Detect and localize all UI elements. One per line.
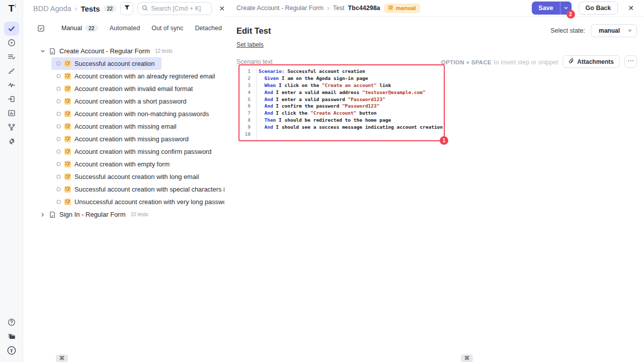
circle-outline-icon[interactable] [56, 187, 61, 192]
close-panel-button[interactable]: ✕ [628, 4, 634, 12]
test-label[interactable]: Unsuccessful account creation with very … [74, 198, 232, 206]
circle-outline-icon[interactable] [56, 149, 61, 154]
test-label[interactable]: Account creation with missing email [74, 123, 177, 130]
rail-item-logo-badge-icon[interactable]: T [4, 343, 19, 357]
line-number: 3 [239, 82, 251, 89]
code-line[interactable]: Then I should be redirected to the home … [259, 117, 444, 124]
test-label[interactable]: Account creation with missing confirm pa… [74, 148, 211, 155]
filter-button[interactable] [120, 2, 133, 15]
code-line[interactable]: And I enter a valid password "Password12… [259, 96, 444, 103]
app-logo[interactable]: T [0, 0, 23, 17]
test-label[interactable]: Successful account creation with special… [74, 186, 246, 193]
rail-item-tests-check-icon[interactable] [4, 22, 19, 36]
suite-row[interactable]: Sign In - Regular Form10 tests [23, 208, 225, 221]
cmd-key-badge: ⌘ [56, 354, 68, 362]
tab-detached[interactable]: Detached [195, 25, 222, 32]
test-row[interactable]: Account creation with non-matching passw… [51, 108, 216, 120]
tab-manual[interactable]: Manual22 [61, 25, 98, 32]
test-label[interactable]: Account creation with a short password [74, 98, 187, 105]
code-line[interactable]: And I click the "Create Account" button [259, 110, 444, 117]
test-label[interactable]: Account creation with invalid email form… [74, 85, 193, 93]
rail-item-run-play-icon[interactable] [4, 36, 19, 50]
rail-item-help-icon[interactable] [4, 315, 19, 329]
test-label[interactable]: Account creation with empty form [74, 160, 170, 168]
test-row[interactable]: Successful account creation with special… [51, 183, 253, 196]
edit-test-topbar: Create Account - Regular Form › Test Tbc… [224, 0, 644, 17]
tab-automated[interactable]: Automated [110, 25, 140, 32]
test-row[interactable]: Account creation with an already registe… [51, 70, 222, 82]
test-row[interactable]: Unsuccessful account creation with very … [51, 196, 239, 208]
test-row[interactable]: Account creation with invalid email form… [51, 82, 200, 95]
breadcrumb-project[interactable]: BDD Agoda [33, 5, 71, 13]
rail-item-branch-icon[interactable] [4, 120, 19, 134]
rail-item-settings-gear-icon[interactable] [4, 134, 19, 148]
search-box[interactable] [137, 2, 212, 15]
gherkin-text: I enter a valid email address [273, 89, 362, 95]
rail-item-projects-icon[interactable] [4, 329, 19, 343]
test-label[interactable]: Account creation with missing password [74, 135, 189, 143]
breadcrumb-section[interactable]: Tests [80, 5, 100, 13]
annotation-badge-2: 2 [567, 10, 575, 19]
circle-outline-icon[interactable] [56, 74, 61, 78]
gherkin-string: "Create Account" [310, 110, 357, 116]
test-label[interactable]: Successful account creation with long em… [74, 173, 199, 180]
test-row[interactable]: Account creation with missing password [51, 133, 196, 145]
gherkin-text: button [356, 110, 376, 116]
code-line[interactable] [259, 131, 444, 138]
line-number: 9 [239, 124, 251, 131]
code-line[interactable]: And I should see a success message indic… [259, 124, 444, 131]
suite-row[interactable]: Create Account - Regular Form12 tests [23, 45, 225, 57]
code-line[interactable]: And I confirm the password "Password123" [259, 103, 444, 110]
chevron-down-icon[interactable] [40, 49, 45, 54]
chevron-right-icon[interactable] [40, 212, 45, 217]
circle-outline-icon[interactable] [56, 124, 61, 129]
test-row[interactable]: Successful account creation [51, 57, 162, 70]
test-row[interactable]: Account creation with missing email [51, 120, 184, 133]
multi-select-icon[interactable] [37, 25, 45, 32]
attachments-button[interactable]: Attachments [562, 55, 620, 68]
circle-outline-icon[interactable] [56, 86, 61, 91]
circle-outline-icon[interactable] [56, 99, 61, 104]
test-label[interactable]: Account creation with an already registe… [74, 72, 215, 80]
rail-item-steps-icon[interactable] [4, 64, 19, 78]
manual-test-icon [64, 98, 71, 105]
scenario-editor[interactable]: 12345678910 Scenario: Successful account… [239, 65, 444, 140]
search-input[interactable] [151, 5, 207, 12]
rail-item-import-icon[interactable] [4, 92, 19, 106]
test-label[interactable]: Successful account creation [74, 60, 154, 67]
code-line[interactable]: When I click on the "Create an account" … [259, 82, 444, 89]
go-back-button[interactable]: Go Back [579, 2, 618, 15]
gherkin-keyword: Given [259, 75, 279, 81]
save-split-button[interactable]: Save 2 [532, 2, 571, 15]
rail-item-pulse-icon[interactable] [4, 78, 19, 92]
suite-label[interactable]: Create Account - Regular Form [59, 47, 150, 55]
save-button[interactable]: Save [532, 2, 559, 15]
code-line[interactable]: Given I am on the Agoda sign-in page [259, 75, 444, 82]
more-options-button[interactable]: ⋯ [624, 55, 637, 68]
suite-label[interactable]: Sign In - Regular Form [59, 211, 126, 218]
state-dropdown[interactable]: manual [591, 24, 637, 37]
manual-test-icon [64, 111, 71, 117]
test-row[interactable]: Account creation with missing confirm pa… [51, 145, 218, 158]
tab-out-of-sync[interactable]: Out of sync [151, 25, 183, 32]
test-row[interactable]: Account creation with empty form [51, 158, 177, 170]
test-row[interactable]: Successful account creation with long em… [51, 170, 206, 183]
circle-outline-icon[interactable] [56, 162, 61, 166]
code-line[interactable]: And I enter a valid email address "testu… [259, 89, 444, 96]
rail-item-analytics-icon[interactable] [4, 106, 19, 120]
scenario-editor-annotation: 12345678910 Scenario: Successful account… [238, 64, 445, 141]
test-label[interactable]: Account creation with non-matching passw… [74, 110, 209, 118]
circle-outline-icon[interactable] [56, 200, 61, 204]
set-labels-link[interactable]: Set labels [236, 41, 264, 48]
circle-outline-icon[interactable] [56, 112, 61, 116]
test-row[interactable]: Account creation with a short password [51, 95, 194, 108]
editor-code[interactable]: Scenario: Successful account creation Gi… [257, 68, 444, 140]
circle-outline-icon[interactable] [56, 137, 61, 141]
rail-item-checklist-icon[interactable] [4, 50, 19, 64]
circle-outline-icon[interactable] [56, 174, 61, 179]
circle-outline-icon[interactable] [56, 61, 61, 66]
code-line[interactable]: Scenario: Successful account creation [259, 68, 444, 75]
select-state-control: Select state: manual [550, 24, 637, 37]
test-breadcrumb-suite[interactable]: Create Account - Regular Form [236, 5, 324, 12]
gherkin-keyword: And [259, 97, 273, 102]
